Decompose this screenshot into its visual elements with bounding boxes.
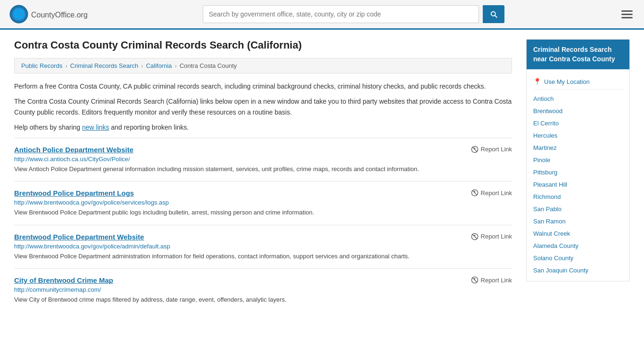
result-item: Brentwood Police Department Logs Report … xyxy=(14,181,512,225)
sidebar-link-item: Pleasant Hill xyxy=(533,178,623,190)
result-header-3: City of Brentwood Crime Map Report Link xyxy=(14,276,512,284)
sidebar-links-list: AntiochBrentwoodEl CerritoHerculesMartin… xyxy=(533,92,623,276)
svg-point-14 xyxy=(474,279,475,279)
sidebar-link-item: Walnut Creek xyxy=(533,227,623,239)
breadcrumb-public-records[interactable]: Public Records xyxy=(21,62,62,69)
breadcrumb-sep-2: › xyxy=(141,62,143,69)
report-icon-2 xyxy=(471,233,479,240)
menu-button[interactable] xyxy=(619,8,635,20)
breadcrumb: Public Records › Criminal Records Search… xyxy=(14,58,512,74)
location-icon: 📍 xyxy=(533,78,541,85)
svg-point-5 xyxy=(474,148,475,148)
use-location-link[interactable]: Use My Location xyxy=(544,78,590,85)
sidebar-title: Criminal Records Search near Contra Cost… xyxy=(527,40,629,69)
breadcrumb-criminal-records[interactable]: Criminal Records Search xyxy=(70,62,139,69)
description-3-suffix: and reporting broken links. xyxy=(109,123,189,131)
report-link-1[interactable]: Report Link xyxy=(471,189,512,197)
new-links-link[interactable]: new links xyxy=(82,123,109,131)
sidebar-link-item: Hercules xyxy=(533,129,623,141)
page-title: Contra Costa County Criminal Records Sea… xyxy=(14,39,512,51)
results-list: Antioch Police Department Website Report… xyxy=(14,138,512,312)
result-header-0: Antioch Police Department Website Report… xyxy=(14,146,512,154)
sidebar-link-item: San Ramon xyxy=(533,215,623,227)
breadcrumb-current: Contra Costa County xyxy=(180,62,237,69)
description-1: Perform a free Contra Costa County, CA p… xyxy=(14,81,512,91)
svg-point-8 xyxy=(474,191,475,192)
sidebar-link-4[interactable]: Martinez xyxy=(533,144,557,151)
sidebar-link-item: El Cerrito xyxy=(533,117,623,129)
search-button[interactable] xyxy=(483,5,504,23)
sidebar-link-0[interactable]: Antioch xyxy=(533,95,553,102)
result-url-0[interactable]: http://www.ci.antioch.ca.us/CityGov/Poli… xyxy=(14,156,512,163)
sidebar-body: 📍 Use My Location AntiochBrentwoodEl Cer… xyxy=(527,69,629,281)
description-2: The Contra Costa County Criminal Records… xyxy=(14,96,512,117)
sidebar-link-2[interactable]: El Cerrito xyxy=(533,120,559,127)
svg-point-11 xyxy=(474,235,475,235)
sidebar-link-item: Martinez xyxy=(533,141,623,154)
sidebar-link-item: Alameda County xyxy=(533,239,623,252)
search-input[interactable] xyxy=(203,5,479,23)
sidebar-link-12[interactable]: Alameda County xyxy=(533,242,578,249)
result-title-0[interactable]: Antioch Police Department Website xyxy=(14,146,133,154)
result-title-1[interactable]: Brentwood Police Department Logs xyxy=(14,189,134,197)
breadcrumb-sep-3: › xyxy=(175,62,177,69)
breadcrumb-sep-1: › xyxy=(65,62,67,69)
menu-line-1 xyxy=(621,10,633,12)
sidebar-link-9[interactable]: San Pablo xyxy=(533,206,561,213)
report-link-2[interactable]: Report Link xyxy=(471,233,512,240)
result-url-2[interactable]: http://www.brentwoodca.gov/gov/police/ad… xyxy=(14,243,512,250)
sidebar-link-13[interactable]: Solano County xyxy=(533,255,573,262)
sidebar-link-10[interactable]: San Ramon xyxy=(533,218,566,225)
menu-line-3 xyxy=(621,17,633,18)
result-item: Antioch Police Department Website Report… xyxy=(14,138,512,181)
sidebar-link-item: Pinole xyxy=(533,154,623,166)
result-desc-0: View Antioch Police Department general i… xyxy=(14,165,512,174)
sidebar-link-3[interactable]: Hercules xyxy=(533,132,557,139)
search-area xyxy=(203,5,504,23)
result-title-3[interactable]: City of Brentwood Crime Map xyxy=(14,276,113,284)
logo[interactable]: 🌐 CountyOffice.org xyxy=(9,5,88,24)
menu-line-2 xyxy=(621,14,633,15)
sidebar-link-14[interactable]: San Joaquin County xyxy=(533,267,588,274)
result-desc-2: View Brentwood Police Department adminis… xyxy=(14,252,512,261)
report-icon-1 xyxy=(471,189,479,197)
sidebar-link-1[interactable]: Brentwood xyxy=(533,107,562,115)
result-desc-3: View City of Brentwood crime maps filter… xyxy=(14,295,512,304)
sidebar-link-8[interactable]: Richmond xyxy=(533,193,561,200)
sidebar: Criminal Records Search near Contra Cost… xyxy=(526,39,630,312)
result-title-2[interactable]: Brentwood Police Department Website xyxy=(14,233,144,241)
site-header: 🌐 CountyOffice.org xyxy=(0,0,644,30)
svg-text:🌐: 🌐 xyxy=(14,9,25,19)
breadcrumb-california[interactable]: California xyxy=(146,62,172,69)
content-area: Contra Costa County Criminal Records Sea… xyxy=(14,39,512,312)
report-icon-3 xyxy=(471,276,479,284)
sidebar-link-item: Antioch xyxy=(533,92,623,105)
sidebar-link-item: Pittsburg xyxy=(533,166,623,178)
report-link-3[interactable]: Report Link xyxy=(471,276,512,284)
result-header-2: Brentwood Police Department Website Repo… xyxy=(14,233,512,241)
report-link-0[interactable]: Report Link xyxy=(471,146,512,153)
sidebar-link-item: Brentwood xyxy=(533,105,623,117)
sidebar-link-6[interactable]: Pittsburg xyxy=(533,169,557,176)
result-desc-1: View Brentwood Police Department public … xyxy=(14,208,512,217)
use-location[interactable]: 📍 Use My Location xyxy=(533,74,623,90)
sidebar-link-item: San Pablo xyxy=(533,203,623,215)
sidebar-link-7[interactable]: Pleasant Hill xyxy=(533,181,567,188)
sidebar-link-11[interactable]: Walnut Creek xyxy=(533,230,570,237)
logo-text: CountyOffice.org xyxy=(31,9,88,20)
sidebar-link-item: Solano County xyxy=(533,252,623,264)
description-3: Help others by sharing new links and rep… xyxy=(14,122,512,132)
logo-icon: 🌐 xyxy=(9,5,28,24)
description-3-prefix: Help others by sharing xyxy=(14,123,82,131)
result-url-3[interactable]: http://communitycrimemap.com/ xyxy=(14,286,512,293)
search-icon xyxy=(489,10,498,18)
sidebar-link-5[interactable]: Pinole xyxy=(533,156,550,164)
result-header-1: Brentwood Police Department Logs Report … xyxy=(14,189,512,197)
result-url-1[interactable]: http://www.brentwoodca.gov/gov/police/se… xyxy=(14,199,512,206)
sidebar-link-item: San Joaquin County xyxy=(533,264,623,276)
sidebar-box: Criminal Records Search near Contra Cost… xyxy=(526,39,630,281)
result-item: City of Brentwood Crime Map Report Link … xyxy=(14,268,512,312)
report-icon-0 xyxy=(471,146,479,153)
result-item: Brentwood Police Department Website Repo… xyxy=(14,225,512,269)
sidebar-link-item: Richmond xyxy=(533,190,623,203)
